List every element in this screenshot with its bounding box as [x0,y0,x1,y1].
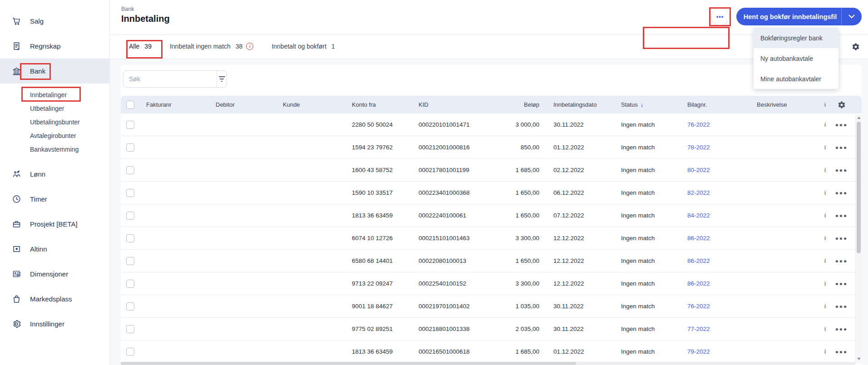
bilagnr-link[interactable]: 79-2022 [687,348,710,355]
scroll-up-arrow-icon[interactable] [857,117,861,119]
sidebar-item-timer[interactable]: Timer [0,187,109,212]
cell-innbetalingsdato: 06.12.2022 [542,182,610,204]
bilagnr-link[interactable]: 80-2022 [687,167,710,173]
row-more-actions-button[interactable]: ●●● [835,144,848,151]
row-more-actions-button[interactable]: ●●● [835,349,848,355]
row-checkbox[interactable] [126,121,134,129]
cell-bilagnr: 82-2022 [676,182,742,204]
horizontal-scrollbar[interactable] [121,362,855,365]
info-icon[interactable]: i [246,43,253,50]
menu-item-bokføringsregler-bank[interactable]: Bokføringsregler bank [754,28,838,48]
scroll-down-arrow-icon[interactable] [857,358,861,360]
clipped-cell-fragment: i [824,113,831,136]
bilagnr-link[interactable]: 76-2022 [687,303,710,310]
column-header-fakturanr[interactable]: Fakturanr [141,96,209,113]
bilagnr-link[interactable]: 77-2022 [687,326,710,332]
people-icon [12,169,21,179]
cell-status: Ingen match [610,113,676,136]
row-checkbox-cell [121,340,141,363]
cell-innbetalingsdato: 12.12.2022 [542,250,610,272]
bilagnr-link[interactable]: 86-2022 [687,257,710,264]
sidebar-item-altinn[interactable]: Altinn [0,237,109,261]
fetch-payment-file-button[interactable]: Hent og bokfør innbetalingsfil [736,8,862,25]
sidebar-subitem-avtalegirobunter[interactable]: Avtalegirobunter [0,129,109,143]
tab-count: 1 [331,43,335,50]
tabs-settings-gear-icon[interactable] [852,43,860,51]
row-checkbox[interactable] [126,234,134,242]
sidebar-item-markedsplass[interactable]: Markedsplass [0,286,109,311]
bilagnr-link[interactable]: 82-2022 [687,189,710,196]
bilagnr-link[interactable]: 86-2022 [687,280,710,287]
cell-innbetalingsdato: 30.11.2022 [542,318,610,340]
column-header-status[interactable]: Status↓ [610,96,676,113]
menu-item-mine-autobankavtaler[interactable]: Mine autobankavtaler [754,69,838,89]
select-all-checkbox[interactable] [126,101,134,109]
row-actions-cell: ●●● [831,159,852,181]
column-header-innbetalingsdato[interactable]: Innbetalingsdato [542,96,610,113]
column-header-kunde[interactable]: Kunde [276,96,344,113]
sidebar-item-dimensjoner[interactable]: Dimensjoner [0,261,109,286]
sidebar-item-innstillinger[interactable]: Innstillinger [0,311,109,336]
row-checkbox[interactable] [126,325,134,333]
more-actions-button[interactable]: ••• [712,9,728,25]
sidebar-item-label: Salg [30,17,44,25]
tab-alle[interactable]: Alle39 [129,35,152,59]
row-checkbox-cell [121,295,141,317]
column-header-konto-fra[interactable]: Konto fra [344,96,411,113]
horizontal-scrollbar-thumb[interactable] [121,362,576,365]
cell-innbetalingsdato: 12.12.2022 [542,272,610,295]
row-more-actions-button[interactable]: ●●● [835,122,848,128]
vertical-scrollbar[interactable] [855,115,862,362]
column-header-bilagnr-[interactable]: Bilagnr. [676,96,742,113]
sidebar-subitem-innbetalinger[interactable]: Innbetalinger [0,88,109,102]
sidebar-item-regnskap[interactable]: Regnskap [0,34,109,59]
column-header-beløp[interactable]: Beløp [477,96,542,113]
clipped-cell-fragment: i [824,340,831,363]
row-more-actions-button[interactable]: ●●● [835,235,848,242]
sidebar-subitem-bankavstemming[interactable]: Bankavstemming [0,143,109,156]
row-checkbox[interactable] [126,143,134,152]
row-checkbox[interactable] [126,280,134,288]
clipped-cell-fragment: i [824,250,831,272]
filter-button[interactable] [217,71,227,87]
row-checkbox[interactable] [126,166,134,174]
row-checkbox[interactable] [126,302,134,311]
row-more-actions-button[interactable]: ●●● [835,303,848,310]
tab-innbetalt-ingen-match[interactable]: Innbetalt ingen match38i [170,35,253,59]
row-more-actions-button[interactable]: ●●● [835,190,848,196]
bilagnr-link[interactable]: 84-2022 [687,212,710,219]
column-header-kid[interactable]: KID [411,96,477,113]
sidebar-item-prosjekt-beta-[interactable]: Prosjekt [BETA] [0,212,109,237]
cell-kid: 000216501000618 [411,340,477,363]
vertical-scrollbar-thumb[interactable] [857,122,861,253]
sidebar-subitem-utbetalinger[interactable]: Utbetalinger [0,102,109,115]
column-header-debitor[interactable]: Debitor [209,96,276,113]
row-more-actions-button[interactable]: ●●● [835,258,848,264]
table-settings-gear-icon[interactable] [831,96,852,113]
bilagnr-link[interactable]: 86-2022 [687,235,710,242]
bilagnr-link[interactable]: 78-2022 [687,144,710,151]
sidebar-item-lønn[interactable]: Lønn [0,162,109,187]
clipped-cell-fragment: i [824,136,831,158]
row-checkbox[interactable] [126,212,134,220]
cell-konto_fra: 1600 43 58752 [344,159,411,181]
search-input[interactable] [123,71,217,87]
row-checkbox[interactable] [126,348,134,356]
row-checkbox[interactable] [126,257,134,265]
row-more-actions-button[interactable]: ●●● [835,326,848,332]
row-more-actions-button[interactable]: ●●● [835,167,848,173]
row-more-actions-button[interactable]: ●●● [835,281,848,287]
menu-item-ny-autobankavtale[interactable]: Ny autobankavtale [754,48,838,69]
row-checkbox[interactable] [126,189,134,197]
column-header-beskrivelse[interactable]: Beskrivelse [742,96,824,113]
sidebar-item-salg[interactable]: Salg [0,9,109,34]
chevron-down-icon[interactable] [842,15,862,19]
bilagnr-link[interactable]: 76-2022 [687,121,710,128]
tab-label: Alle [129,43,139,50]
sidebar-subitem-utbetalingsbunter[interactable]: Utbetalingsbunter [0,115,109,129]
clipped-cell-fragment: i [824,295,831,317]
sidebar-item-bank[interactable]: Bank [0,59,109,84]
tab-innbetalt-og-bokført[interactable]: Innbetalt og bokført1 [271,35,335,59]
cell-kunde [276,272,344,295]
row-more-actions-button[interactable]: ●●● [835,212,848,219]
